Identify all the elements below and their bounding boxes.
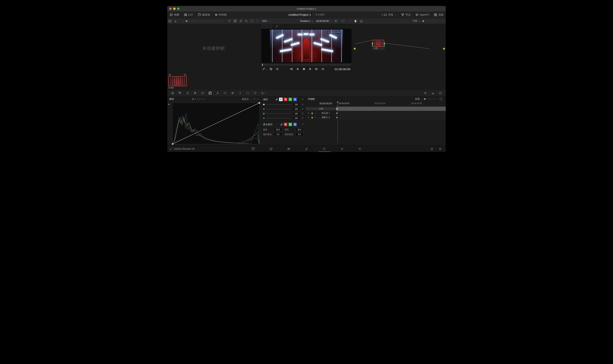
color-wheels-button[interactable] (184, 90, 191, 96)
white-value[interactable]: 100 (293, 103, 300, 106)
channel-b-button[interactable]: B (293, 98, 297, 101)
link-channels-button[interactable] (276, 98, 278, 101)
step-back-button[interactable] (295, 67, 300, 71)
home-button[interactable] (429, 146, 435, 152)
page-cut-button[interactable] (265, 146, 277, 152)
nav-openfx[interactable]: OpenFX (413, 13, 432, 16)
keyframe-toggle-button[interactable] (422, 90, 429, 96)
kf-master-body[interactable] (336, 107, 446, 111)
soft-reset-button[interactable]: ↺ (302, 123, 304, 126)
kf-expand-2[interactable]: › (318, 116, 320, 119)
curves-more-button[interactable]: ⋯ (257, 98, 259, 100)
node-more-button[interactable]: ⋯ (440, 18, 446, 24)
page-media-button[interactable] (247, 146, 259, 152)
more-button[interactable]: ⋯ (255, 18, 260, 24)
viewer-scrubber[interactable] (262, 64, 351, 66)
kf-expand-button[interactable] (438, 96, 444, 102)
source-timecode-dropdown[interactable]: 00:00:00:00 (316, 20, 332, 23)
close-window-button[interactable] (169, 8, 172, 10)
nav-lut[interactable]: LUT (181, 12, 195, 18)
nav-mediapool[interactable]: 媒体池 (195, 12, 212, 18)
green-reset[interactable]: ↺ (302, 112, 304, 115)
nav-clip-dropdown[interactable]: ] 片段 (379, 13, 399, 17)
page-fairlight-button[interactable] (336, 146, 348, 152)
nav-timeline[interactable]: 时间线 (212, 12, 229, 18)
curves-button[interactable] (206, 90, 214, 96)
curves-play-handle[interactable] (168, 103, 170, 105)
qualifier-button[interactable] (221, 90, 229, 96)
kf-track-2-body[interactable] (336, 115, 446, 119)
window-button[interactable] (229, 90, 237, 96)
picker-button[interactable] (263, 67, 267, 71)
curves-mode-dropdown[interactable]: 自定义 (242, 97, 251, 101)
edit-reset-button[interactable]: ↺ (302, 98, 304, 101)
red-slider[interactable] (266, 109, 291, 109)
still-grab-button[interactable] (173, 18, 178, 24)
color-warper-button[interactable] (214, 90, 221, 96)
tracker-button[interactable] (237, 90, 244, 96)
timeline-name-dropdown[interactable]: Timeline 1 (300, 20, 313, 23)
sizing-button[interactable]: 3D (259, 90, 266, 96)
channel-y-button[interactable]: Y (279, 98, 283, 101)
kf-expand-1[interactable]: › (318, 112, 320, 114)
soft-link-button[interactable] (280, 123, 283, 126)
kf-lock-2[interactable]: 🔒 (311, 116, 313, 119)
play-button[interactable] (308, 67, 312, 71)
blur-button[interactable] (244, 90, 251, 96)
viewer-magic-button[interactable] (274, 24, 279, 29)
viewer-display[interactable]: CG画质舱 bilibili (261, 29, 351, 63)
viewer-expand-button[interactable] (340, 18, 346, 24)
pointer-tool-button[interactable] (353, 18, 358, 24)
high-value[interactable]: 50.0 (295, 128, 304, 131)
soft-r-button[interactable]: R (284, 123, 287, 126)
green-slider[interactable] (266, 113, 291, 114)
blue-slider[interactable] (266, 118, 291, 118)
nav-nodes[interactable]: 节点 (399, 13, 413, 17)
nav-gallery[interactable]: 画廊 (167, 12, 181, 18)
kf-zoom-slider[interactable] (424, 98, 426, 100)
expand-button[interactable] (249, 18, 255, 24)
kf-ruler[interactable]: 00:00:00:00 00:00:00:00 00:00:19:04 00:0… (306, 102, 446, 107)
camera-raw-button[interactable] (169, 90, 176, 96)
viewer-more-button[interactable]: ⋯ (347, 18, 353, 24)
kf-enable-1[interactable]: ● (307, 112, 310, 114)
kf-auto-2[interactable]: ◇ (314, 116, 317, 119)
color-wheels-toggle[interactable] (333, 18, 339, 24)
low-soft-value[interactable]: 0.0 (274, 132, 282, 136)
viewer-mode-2[interactable] (267, 25, 272, 28)
channel-g-button[interactable]: G (289, 98, 292, 101)
page-deliver-button[interactable] (354, 146, 366, 152)
scopes-button[interactable] (429, 90, 437, 96)
rgb-mixer-button[interactable] (191, 90, 199, 96)
stop-button[interactable] (302, 67, 306, 71)
curves-reset-button[interactable]: ↺ (253, 98, 255, 100)
list-view-button[interactable] (238, 18, 243, 24)
kf-enable-2[interactable]: ● (307, 116, 310, 119)
maximize-window-button[interactable] (177, 8, 180, 10)
red-reset[interactable]: ↺ (302, 108, 304, 110)
node-01[interactable]: ▸01 (373, 40, 385, 50)
curves-graph[interactable] (172, 103, 260, 144)
blue-value[interactable]: 100 (293, 116, 300, 120)
kf-track-1-body[interactable] (336, 111, 446, 115)
blue-reset[interactable]: ↺ (302, 117, 304, 119)
white-slider[interactable] (266, 104, 291, 105)
channel-r-button[interactable]: R (284, 98, 287, 101)
node-zoom-slider[interactable] (422, 20, 424, 22)
gallery-slider-handle[interactable] (186, 20, 187, 22)
kf-auto-1[interactable]: ◇ (314, 112, 317, 114)
color-match-button[interactable] (176, 90, 184, 96)
green-value[interactable]: 100 (293, 112, 300, 115)
key-button[interactable] (251, 90, 259, 96)
keyframe-scope-dropdown[interactable]: 全部 (415, 97, 422, 101)
page-edit-button[interactable] (283, 146, 295, 152)
white-reset[interactable]: ↺ (302, 103, 304, 106)
soft-g-button[interactable]: G (289, 123, 292, 126)
page-color-button[interactable] (318, 146, 330, 152)
page-fusion-button[interactable] (301, 146, 312, 152)
motion-effects-button[interactable] (199, 90, 206, 96)
layers-button[interactable] (269, 67, 273, 71)
zoom-dropdown[interactable]: 32% (260, 20, 272, 23)
settings-button[interactable] (437, 146, 443, 152)
go-last-button[interactable] (314, 67, 319, 71)
